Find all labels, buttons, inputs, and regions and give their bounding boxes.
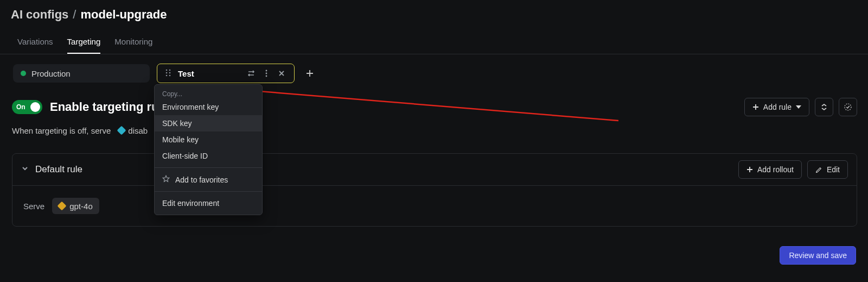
fallback-variation-label: disab	[128, 126, 148, 135]
environment-name: Test	[178, 69, 194, 78]
svg-point-2	[166, 72, 168, 73]
environment-context-menu: Copy... Environment key SDK key Mobile k…	[154, 84, 263, 215]
chevron-down-icon	[21, 165, 29, 174]
menu-item-edit-environment[interactable]: Edit environment	[155, 195, 262, 211]
menu-item-label: Add to favorites	[175, 176, 228, 184]
menu-item-mobile-key[interactable]: Mobile key	[155, 131, 262, 148]
plus-icon	[746, 166, 753, 173]
rule-title: Default rule	[35, 164, 82, 175]
diamond-icon	[117, 126, 126, 135]
kebab-menu-icon[interactable]	[261, 68, 271, 78]
toggle-label: On	[16, 103, 25, 111]
rule-header[interactable]: Default rule Add rollout Edit	[12, 154, 857, 185]
targeting-toggle[interactable]: On	[12, 100, 42, 114]
add-rollout-button[interactable]: Add rollout	[738, 160, 802, 179]
diamond-icon	[58, 202, 67, 211]
serve-label: Serve	[23, 202, 44, 211]
fallback-row: When targeting is off, serve disab	[12, 124, 857, 137]
targeting-content: On Enable targeting rule Add rule When t…	[0, 83, 868, 227]
footer-actions: Review and save	[780, 246, 856, 265]
environment-pill-production[interactable]: Production	[13, 64, 150, 83]
breadcrumb-sep: /	[73, 8, 76, 22]
add-rollout-label: Add rollout	[757, 165, 794, 174]
tab-targeting[interactable]: Targeting	[67, 37, 101, 54]
svg-point-1	[169, 69, 171, 71]
targeting-title: Enable targeting rule	[50, 100, 169, 114]
edit-label: Edit	[827, 165, 840, 174]
approval-button[interactable]	[839, 98, 857, 116]
add-environment-button[interactable]	[302, 65, 318, 82]
breadcrumb: AI configs / model-upgrade	[0, 0, 868, 22]
check-badge-icon	[844, 103, 852, 111]
svg-marker-9	[163, 176, 169, 181]
svg-point-8	[266, 76, 267, 77]
serve-variation-chip[interactable]: gpt-4o	[52, 198, 99, 214]
breadcrumb-parent[interactable]: AI configs	[11, 8, 68, 22]
compare-icon[interactable]	[246, 68, 256, 78]
environment-row: Production Test	[0, 54, 868, 83]
menu-item-sdk-key[interactable]: SDK key	[155, 115, 262, 131]
svg-point-3	[169, 72, 171, 73]
menu-item-environment-key[interactable]: Environment key	[155, 99, 262, 115]
svg-point-7	[266, 73, 267, 74]
toggle-knob	[30, 102, 40, 112]
default-rule-card: Default rule Add rollout Edit Serve gpt-…	[12, 153, 857, 227]
collapse-all-button[interactable]	[815, 98, 833, 116]
rule-body: Serve gpt-4o	[12, 185, 857, 226]
tab-monitoring[interactable]: Monitoring	[114, 37, 152, 54]
environment-pill-test[interactable]: Test	[157, 64, 294, 83]
star-icon	[162, 175, 170, 184]
menu-separator	[155, 191, 262, 192]
targeting-header-row: On Enable targeting rule Add rule	[12, 98, 857, 116]
fallback-variation-chip[interactable]: disab	[115, 124, 151, 137]
breadcrumb-current: model-upgrade	[80, 8, 167, 22]
tab-variations[interactable]: Variations	[17, 37, 53, 54]
svg-point-4	[166, 74, 168, 76]
review-and-save-button[interactable]: Review and save	[780, 246, 856, 265]
chevron-down-icon	[796, 105, 801, 109]
svg-point-6	[266, 70, 267, 72]
svg-point-0	[166, 69, 168, 71]
menu-heading: Copy...	[155, 88, 262, 99]
menu-separator	[155, 167, 262, 168]
svg-point-11	[845, 104, 851, 110]
svg-point-5	[169, 74, 171, 76]
status-dot-icon	[21, 71, 26, 76]
menu-item-add-to-favorites[interactable]: Add to favorites	[155, 171, 262, 188]
drag-handle-icon[interactable]	[165, 69, 171, 78]
plus-icon	[752, 104, 759, 110]
close-icon[interactable]	[277, 68, 286, 78]
tabs-bar: Variations Targeting Monitoring	[0, 22, 868, 54]
serve-variation-label: gpt-4o	[69, 202, 93, 211]
add-rule-button[interactable]: Add rule	[744, 98, 809, 116]
add-rule-label: Add rule	[763, 103, 792, 111]
pencil-icon	[815, 166, 822, 173]
edit-rule-button[interactable]: Edit	[807, 160, 848, 179]
fallback-prefix: When targeting is off, serve	[12, 126, 111, 135]
environment-name: Production	[31, 69, 71, 78]
menu-item-client-side-id[interactable]: Client-side ID	[155, 148, 262, 164]
collapse-icon	[820, 103, 828, 111]
